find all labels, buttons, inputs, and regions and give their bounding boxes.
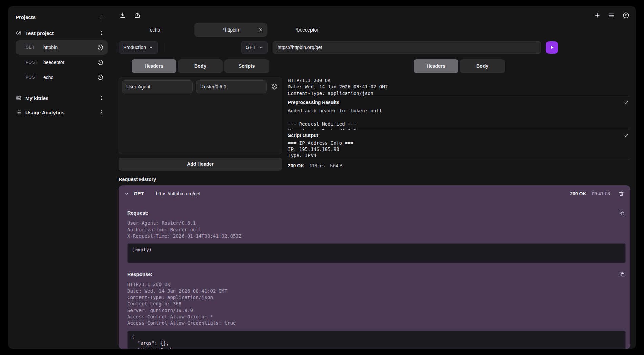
close-icon[interactable]	[257, 26, 264, 33]
response-duration: 118 ms	[309, 163, 325, 169]
history-request-body: (empty)	[127, 243, 626, 263]
sidebar-item-test-project[interactable]: Test project	[12, 26, 108, 40]
script-output-section-header[interactable]: Script Output	[288, 130, 630, 140]
trash-icon	[618, 191, 624, 197]
response-headers-preview: HTTP/1.1 200 OK Date: Wed, 14 Jan 2026 0…	[288, 77, 630, 97]
header-value-input[interactable]	[196, 80, 267, 93]
preprocessing-section-header[interactable]: Preprocessing Results	[288, 97, 630, 107]
response-panel: Headers Body HTTP/1.1 200 OK Date: Wed, …	[288, 59, 630, 171]
url-input[interactable]	[273, 41, 541, 54]
collection-menu-button[interactable]	[98, 94, 105, 102]
tab-echo[interactable]: echo	[119, 23, 192, 37]
plus-icon	[594, 12, 601, 19]
section-title: Script Output	[288, 133, 318, 138]
project-name: Test project	[25, 30, 94, 36]
close-tab-button[interactable]	[622, 11, 630, 20]
plus-icon	[98, 14, 104, 20]
history-url: https://httpbin.org/get	[156, 191, 201, 196]
history-entry-header[interactable]: GET https://httpbin.org/get 200 OK 09:41…	[119, 185, 630, 202]
copy-icon	[619, 210, 625, 216]
check-icon	[624, 133, 629, 138]
request-method-badge: POST	[26, 60, 43, 65]
chevron-down-icon	[258, 45, 263, 50]
remove-request-button[interactable]	[96, 58, 104, 66]
response-size: 564 B	[330, 163, 343, 169]
topbar	[119, 11, 630, 20]
import-button[interactable]	[119, 11, 127, 19]
history-request-headers: User-Agent: Roster/0.6.1 Authorization: …	[127, 220, 626, 239]
sidebar-header: Projects	[12, 12, 108, 26]
history-response-headers: HTTP/1.1 200 OK Date: Wed, 14 Jan 2026 0…	[127, 281, 626, 327]
circle-x-icon	[97, 44, 104, 51]
editor-panels: Headers Body Scripts Add	[119, 59, 630, 171]
delete-entry-button[interactable]	[618, 190, 625, 197]
circle-x-icon	[271, 83, 278, 90]
header-key-input[interactable]	[122, 80, 193, 93]
copy-request-button[interactable]	[618, 209, 626, 217]
history-response-body: { "args": {}, "headers": {	[127, 331, 626, 349]
request-name: echo	[43, 75, 96, 80]
play-icon	[549, 45, 555, 50]
sidebar-request-httpbin[interactable]: GET httpbin	[16, 40, 108, 55]
check-circle-icon	[16, 30, 22, 36]
new-tab-button[interactable]	[593, 11, 601, 19]
kebab-icon	[98, 30, 104, 36]
send-button[interactable]	[546, 41, 558, 54]
request-label: Request:	[127, 210, 148, 216]
request-name: httpbin	[43, 45, 96, 50]
headers-editor	[119, 77, 282, 154]
image-icon	[16, 95, 22, 101]
tab-scripts[interactable]: Scripts	[224, 59, 269, 73]
request-method-badge: POST	[26, 75, 43, 80]
history-method: GET	[134, 191, 144, 196]
request-history-title: Request History	[119, 177, 630, 182]
tab-body[interactable]: Body	[460, 59, 505, 73]
app-window: Projects Test project GET httpbin	[8, 6, 636, 349]
tab-body[interactable]: Body	[178, 59, 223, 73]
request-panel-tabs: Headers Body Scripts	[119, 59, 282, 73]
list-icon	[16, 109, 22, 115]
remove-request-button[interactable]	[96, 73, 104, 81]
response-label: Response:	[127, 272, 152, 277]
copy-response-button[interactable]	[618, 271, 626, 278]
response-status-row: 200 OK 118 ms 564 B	[288, 160, 630, 171]
sidebar-item-usage-analytics[interactable]: Usage Analytics	[12, 105, 108, 119]
script-output: === IP Address Info === IP: 195.146.105.…	[288, 140, 630, 160]
tab-httpbin[interactable]: *httpbin	[194, 23, 267, 37]
check-icon	[624, 100, 629, 105]
sidebar-request-echo[interactable]: POST echo	[16, 70, 108, 84]
tab-label: *beeceptor	[295, 27, 318, 33]
history-entry-body: Request: User-Agent: Roster/0.6.1 Author…	[119, 202, 630, 349]
header-row	[122, 80, 279, 93]
environment-dropdown[interactable]: Production	[119, 41, 158, 54]
request-panel: Headers Body Scripts Add	[119, 59, 282, 171]
add-project-button[interactable]	[97, 13, 105, 21]
method-dropdown[interactable]: GET	[241, 41, 268, 54]
collection-menu-button[interactable]	[98, 109, 105, 116]
chevron-down-icon	[149, 45, 153, 50]
sidebar-item-my-kitties[interactable]: My kitties	[12, 91, 108, 105]
export-button[interactable]	[133, 11, 142, 19]
project-menu-button[interactable]	[98, 29, 105, 37]
request-name: beeceptor	[43, 60, 96, 65]
document-tabs: echo *httpbin *beeceptor	[119, 23, 630, 37]
remove-request-button[interactable]	[96, 43, 104, 52]
tab-headers[interactable]: Headers	[132, 59, 176, 73]
section-title: Preprocessing Results	[288, 100, 339, 105]
history-status: 200 OK	[570, 191, 586, 196]
sidebar-request-beeceptor[interactable]: POST beeceptor	[16, 55, 108, 70]
remove-header-button[interactable]	[270, 82, 279, 91]
response-section-row: Response:	[127, 271, 626, 278]
status-code: 200 OK	[288, 163, 304, 169]
tab-beeceptor[interactable]: *beeceptor	[270, 23, 343, 37]
environment-label: Production	[123, 45, 146, 50]
tab-headers[interactable]: Headers	[414, 59, 458, 73]
topbar-right	[593, 11, 630, 20]
add-header-button[interactable]: Add Header	[119, 158, 282, 171]
request-bar: Production GET	[119, 41, 558, 54]
menu-button[interactable]	[607, 11, 616, 19]
copy-icon	[619, 271, 625, 277]
divider	[164, 43, 164, 52]
projects-title: Projects	[16, 14, 36, 20]
chevron-down-icon	[124, 191, 129, 196]
